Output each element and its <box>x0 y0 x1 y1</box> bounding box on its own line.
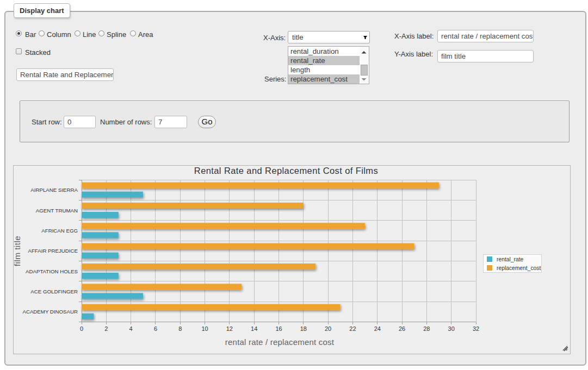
svg-text:film title: film title <box>14 236 22 267</box>
svg-text:24: 24 <box>374 325 381 332</box>
svg-text:18: 18 <box>300 325 307 332</box>
svg-text:2: 2 <box>104 325 108 332</box>
svg-text:Rental Rate and Replacement Co: Rental Rate and Replacement Cost of Film… <box>194 166 378 175</box>
svg-text:28: 28 <box>423 325 430 332</box>
svg-text:ACE GOLDFINGER: ACE GOLDFINGER <box>30 289 78 294</box>
svg-text:6: 6 <box>154 325 157 332</box>
svg-text:16: 16 <box>275 325 282 332</box>
svg-text:AFRICAN EGG: AFRICAN EGG <box>41 228 78 234</box>
svg-text:rental_rate: rental_rate <box>497 256 524 262</box>
svg-text:32: 32 <box>473 325 479 332</box>
svg-text:ACADEMY DINOSAUR: ACADEMY DINOSAUR <box>22 309 78 315</box>
svg-text:8: 8 <box>178 325 182 332</box>
svg-text:replacement_cost: replacement_cost <box>497 265 541 271</box>
svg-text:26: 26 <box>399 325 405 332</box>
svg-text:4: 4 <box>129 325 133 332</box>
svg-text:22: 22 <box>349 325 356 332</box>
svg-text:rental rate / replacement cost: rental rate / replacement cost <box>225 337 335 347</box>
svg-text:12: 12 <box>226 325 233 332</box>
svg-text:AIRPLANE SIERRA: AIRPLANE SIERRA <box>30 187 78 193</box>
svg-text:30: 30 <box>448 325 455 332</box>
svg-text:0: 0 <box>80 325 83 332</box>
svg-text:AFFAIR PREJUDICE: AFFAIR PREJUDICE <box>28 248 78 254</box>
svg-text:20: 20 <box>325 325 331 332</box>
svg-text:10: 10 <box>201 325 208 332</box>
svg-text:ADAPTATION HOLES: ADAPTATION HOLES <box>26 268 78 274</box>
svg-text:14: 14 <box>251 325 257 332</box>
svg-text:AGENT TRUMAN: AGENT TRUMAN <box>36 208 78 214</box>
